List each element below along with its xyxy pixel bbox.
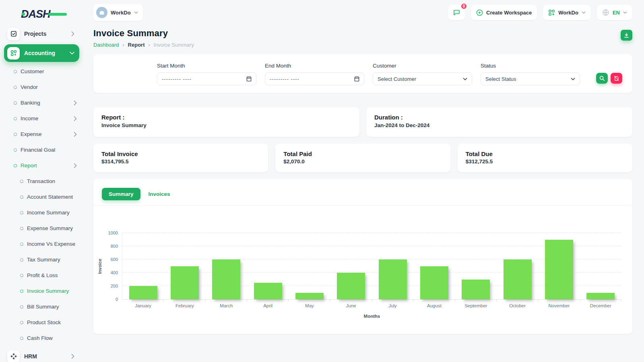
- breadcrumb-report[interactable]: Report: [128, 42, 145, 48]
- sidebar-item-hrm[interactable]: HRM: [4, 348, 79, 362]
- y-axis-tick: 800: [100, 244, 118, 249]
- sidebar-item-label: Account Statement: [27, 194, 73, 200]
- page-title: Invoice Summary: [93, 28, 194, 39]
- sidebar-item-label: Banking: [21, 100, 40, 106]
- bar-slot: April: [247, 233, 289, 299]
- download-button[interactable]: [621, 30, 632, 41]
- sidebar-item-bill-summary[interactable]: Bill Summary: [0, 299, 83, 315]
- bar-august[interactable]: [420, 266, 448, 300]
- sidebar-item-income-vs-expense[interactable]: Income Vs Expense: [0, 236, 83, 252]
- app-root: DASH ProjectsAccountingCustomerVendorBan…: [0, 0, 644, 362]
- breadcrumb-dashboard[interactable]: Dashboard: [93, 42, 119, 48]
- chevron-down-icon: [134, 11, 138, 14]
- sidebar-item-vendor[interactable]: Vendor: [0, 79, 83, 95]
- sidebar-item-banking[interactable]: Banking: [0, 95, 83, 111]
- workspace-selector[interactable]: WorkDo: [93, 4, 143, 21]
- sidebar: DASH ProjectsAccountingCustomerVendorBan…: [0, 0, 83, 362]
- start-month-input[interactable]: --------- ----: [157, 72, 256, 85]
- breadcrumb-current: Invoice Summary: [154, 42, 194, 48]
- tab-invoices[interactable]: Invoices: [146, 188, 173, 200]
- sidebar-item-label: Expense Summary: [27, 225, 73, 231]
- team-icon: [7, 350, 20, 362]
- bars-layer: JanuaryFebruaryMarchAprilMayJuneJulyAugu…: [122, 233, 621, 299]
- language-button[interactable]: EN: [597, 5, 632, 20]
- bullet-icon: [20, 336, 23, 340]
- bar-december[interactable]: [586, 293, 615, 300]
- sidebar-nav: ProjectsAccountingCustomerVendorBankingI…: [0, 25, 83, 362]
- page-head: Invoice Summary Dashboard › Report › Inv…: [83, 21, 644, 48]
- sidebar-item-projects[interactable]: Projects: [4, 25, 79, 43]
- sidebar-item-report[interactable]: Report: [0, 158, 83, 173]
- bullet-icon: [13, 101, 17, 105]
- bar-january[interactable]: [129, 286, 157, 299]
- messages-button[interactable]: 0: [448, 5, 465, 20]
- topbar: WorkDo 0: [83, 0, 644, 21]
- end-month-group: End Month --------- ----: [265, 63, 364, 85]
- customer-label: Customer: [373, 63, 472, 69]
- start-month-label: Start Month: [157, 63, 256, 69]
- bar-february[interactable]: [171, 266, 199, 300]
- bullet-icon: [20, 195, 23, 199]
- report-card-value: Invoice Summary: [101, 122, 351, 128]
- bullet-icon: [13, 164, 17, 167]
- sidebar-item-product-stock[interactable]: Product Stock: [0, 315, 83, 330]
- stat-value: $2,070.0: [283, 158, 442, 165]
- sidebar-item-customer[interactable]: Customer: [0, 64, 83, 79]
- customer-select-value: Select Customer: [378, 76, 416, 82]
- sidebar-item-label: Projects: [24, 31, 46, 37]
- tab-summary[interactable]: Summary: [102, 188, 140, 200]
- bar-september[interactable]: [462, 280, 490, 300]
- sidebar-item-financial-goal[interactable]: Financial Goal: [0, 142, 83, 158]
- y-axis-title-wrap: Invoice: [96, 233, 104, 299]
- sidebar-item-expense-summary[interactable]: Expense Summary: [0, 220, 83, 236]
- grid-plus-icon: [548, 9, 555, 16]
- status-select[interactable]: Select Status: [481, 72, 580, 85]
- search-button[interactable]: [596, 73, 608, 84]
- calendar-icon[interactable]: [246, 76, 252, 82]
- sidebar-item-expense[interactable]: Expense: [0, 126, 83, 142]
- chevron-down-icon: [582, 11, 586, 14]
- stat-value: $312,725.5: [466, 158, 624, 165]
- x-axis-title: Months: [122, 314, 621, 319]
- sidebar-item-label: Cash Flow: [27, 335, 53, 341]
- chevron-right-icon: [74, 101, 77, 105]
- customer-group: Customer Select Customer: [373, 63, 472, 85]
- sidebar-item-label: Accounting: [24, 50, 55, 56]
- reset-filter-button[interactable]: [611, 73, 622, 84]
- calendar-icon[interactable]: [354, 76, 359, 82]
- workdo-menu-button[interactable]: WorkDo: [543, 5, 591, 20]
- create-workspace-button[interactable]: Create Workspace: [471, 5, 537, 20]
- sidebar-item-account-statement[interactable]: Account Statement: [0, 189, 83, 205]
- app-logo[interactable]: DASH: [21, 7, 83, 21]
- y-axis-tick: 600: [100, 257, 118, 262]
- tab-divider: [93, 206, 632, 206]
- customer-select[interactable]: Select Customer: [373, 72, 472, 85]
- chevron-down-icon: [623, 11, 627, 14]
- sidebar-item-tax-summary[interactable]: Tax Summary: [0, 252, 83, 267]
- bar-july[interactable]: [379, 259, 407, 299]
- chat-icon: [453, 9, 460, 16]
- bar-june[interactable]: [337, 273, 365, 299]
- bar-october[interactable]: [504, 259, 532, 299]
- chevron-down-icon: [70, 51, 74, 55]
- start-month-placeholder: --------- ----: [162, 76, 192, 82]
- workspace-avatar: [96, 7, 107, 18]
- total-due-card: Total Due $312,725.5: [458, 144, 632, 172]
- end-month-input[interactable]: --------- ----: [265, 72, 364, 85]
- sidebar-item-profit-loss[interactable]: Profit & Loss: [0, 267, 83, 283]
- bar-march[interactable]: [212, 259, 240, 299]
- bar-may[interactable]: [295, 293, 324, 300]
- sidebar-item-transaction[interactable]: Transaction: [0, 173, 83, 189]
- sidebar-item-cash-flow[interactable]: Cash Flow: [0, 330, 83, 346]
- sidebar-item-income[interactable]: Income: [0, 111, 83, 126]
- sidebar-item-invoice-summary[interactable]: Invoice Summary: [0, 283, 83, 299]
- sidebar-item-accounting[interactable]: Accounting: [4, 44, 79, 62]
- bar-november[interactable]: [545, 240, 573, 300]
- filter-card: Start Month --------- ---- End Month ---…: [93, 54, 632, 93]
- grid-plus-icon: [7, 47, 20, 60]
- bar-slot: October: [497, 233, 538, 299]
- bar-slot: March: [206, 233, 247, 299]
- bar-april[interactable]: [254, 283, 282, 299]
- sidebar-item-income-summary[interactable]: Income Summary: [0, 205, 83, 220]
- sidebar-item-label: Profit & Loss: [27, 272, 58, 278]
